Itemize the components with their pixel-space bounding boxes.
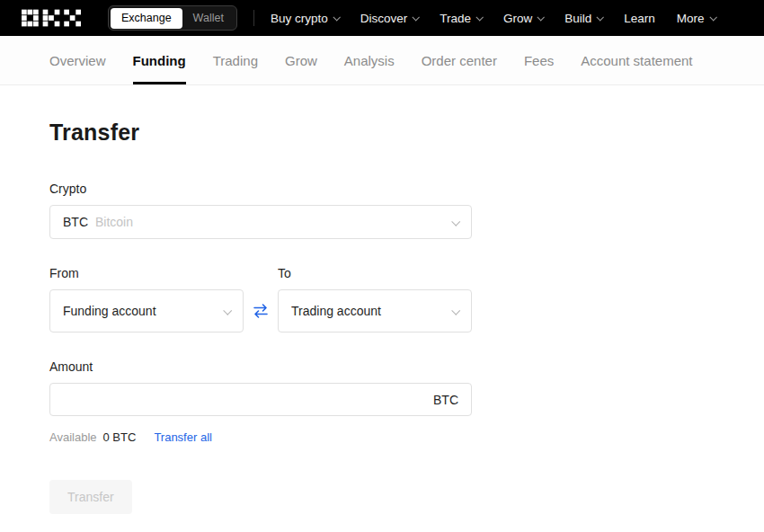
chevron-down-icon bbox=[475, 13, 483, 21]
transfer-submit-button[interactable]: Transfer bbox=[49, 480, 132, 514]
from-field: From Funding account bbox=[49, 266, 244, 332]
chevron-down-icon bbox=[537, 13, 545, 21]
amount-input-box: BTC bbox=[49, 383, 472, 416]
nav-item-trade[interactable]: Trade bbox=[440, 12, 482, 25]
chevron-down-icon bbox=[223, 306, 232, 315]
crypto-field: Crypto BTC Bitcoin bbox=[49, 182, 764, 239]
crypto-select[interactable]: BTC Bitcoin bbox=[49, 205, 472, 239]
crypto-name: Bitcoin bbox=[95, 215, 133, 229]
page-title: Transfer bbox=[49, 120, 764, 146]
navbar-menu: Buy crypto Discover Trade Grow Build Lea… bbox=[271, 12, 715, 25]
navbar-divider bbox=[253, 10, 254, 26]
from-account-value: Funding account bbox=[63, 304, 156, 318]
nav-item-grow[interactable]: Grow bbox=[503, 12, 543, 25]
crypto-symbol: BTC bbox=[63, 215, 88, 229]
nav-item-label: Grow bbox=[503, 12, 532, 25]
from-account-select[interactable]: Funding account bbox=[49, 289, 244, 332]
nav-item-label: Learn bbox=[624, 12, 655, 25]
swap-arrows-icon bbox=[252, 304, 270, 318]
transfer-all-link[interactable]: Transfer all bbox=[154, 430, 212, 444]
from-label: From bbox=[49, 266, 244, 280]
transfer-form: Transfer Crypto BTC Bitcoin From Funding… bbox=[0, 85, 764, 514]
chevron-down-icon bbox=[333, 13, 340, 21]
okx-logo[interactable] bbox=[22, 8, 81, 28]
tab-order-center[interactable]: Order center bbox=[422, 36, 497, 84]
chevron-down-icon bbox=[413, 13, 420, 21]
to-account-select[interactable]: Trading account bbox=[278, 289, 472, 332]
tab-funding[interactable]: Funding bbox=[133, 36, 186, 84]
available-row: Available 0 BTC Transfer all bbox=[49, 430, 764, 444]
to-field: To Trading account bbox=[278, 266, 472, 332]
amount-currency-suffix: BTC bbox=[433, 393, 458, 407]
available-label: Available bbox=[49, 430, 97, 444]
tab-grow[interactable]: Grow bbox=[285, 36, 317, 84]
nav-item-build[interactable]: Build bbox=[564, 12, 602, 25]
tab-fees[interactable]: Fees bbox=[524, 36, 554, 84]
nav-item-label: Build bbox=[564, 12, 591, 25]
chevron-down-icon bbox=[451, 217, 460, 226]
chevron-down-icon bbox=[597, 13, 604, 21]
nav-item-label: Trade bbox=[440, 12, 471, 25]
swap-accounts-button[interactable] bbox=[244, 289, 278, 332]
account-tabbar: Overview Funding Trading Grow Analysis O… bbox=[0, 36, 764, 85]
to-label: To bbox=[278, 266, 472, 280]
from-to-row: From Funding account To Trading account bbox=[49, 266, 472, 332]
nav-item-more[interactable]: More bbox=[677, 12, 715, 25]
tab-account-statement[interactable]: Account statement bbox=[581, 36, 692, 84]
chevron-down-icon bbox=[451, 306, 460, 315]
amount-input[interactable] bbox=[63, 384, 424, 415]
exchange-toggle-button[interactable]: Exchange bbox=[111, 8, 182, 29]
amount-field: Amount BTC Available 0 BTC Transfer all bbox=[49, 359, 764, 444]
nav-item-label: More bbox=[677, 12, 705, 25]
top-navbar: Exchange Wallet Buy crypto Discover Trad… bbox=[0, 0, 764, 36]
nav-item-discover[interactable]: Discover bbox=[360, 12, 419, 25]
crypto-label: Crypto bbox=[49, 182, 764, 196]
chevron-down-icon bbox=[709, 13, 716, 21]
amount-label: Amount bbox=[49, 359, 764, 374]
tab-overview[interactable]: Overview bbox=[49, 36, 106, 84]
okx-logo-icon bbox=[22, 8, 81, 28]
to-account-value: Trading account bbox=[291, 304, 381, 318]
available-value: 0 BTC bbox=[103, 430, 137, 444]
tab-trading[interactable]: Trading bbox=[213, 36, 258, 84]
tab-analysis[interactable]: Analysis bbox=[344, 36, 395, 84]
nav-item-label: Buy crypto bbox=[271, 12, 328, 25]
wallet-toggle-button[interactable]: Wallet bbox=[182, 8, 235, 29]
exchange-wallet-toggle: Exchange Wallet bbox=[108, 5, 237, 31]
nav-item-learn[interactable]: Learn bbox=[624, 12, 655, 25]
nav-item-label: Discover bbox=[360, 12, 408, 25]
nav-item-buy-crypto[interactable]: Buy crypto bbox=[271, 12, 339, 25]
